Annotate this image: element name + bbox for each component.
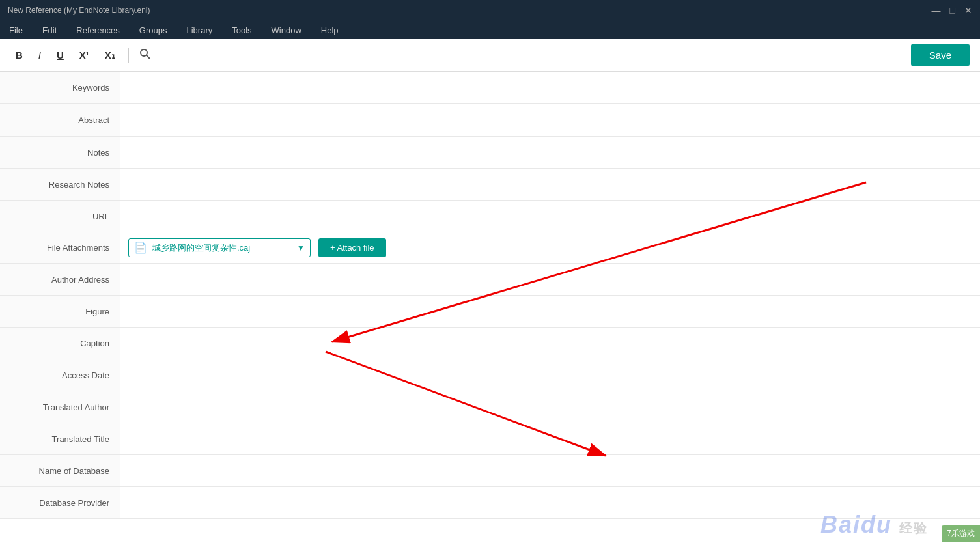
caption-label: Caption (0, 328, 120, 359)
title-bar: New Reference (My EndNote Library.enl) —… (0, 0, 980, 21)
author-address-label: Author Address (0, 264, 120, 295)
window-title: New Reference (My EndNote Library.enl) (8, 6, 150, 15)
formatting-tools: B I U X¹ X₁ (10, 46, 154, 64)
research-notes-row: Research Notes (0, 169, 980, 201)
access-date-label: Access Date (0, 359, 120, 391)
menu-groups[interactable]: Groups (135, 24, 171, 36)
author-address-row: Author Address (0, 264, 980, 296)
url-row: URL (0, 201, 980, 232)
translated-author-input[interactable] (120, 391, 980, 423)
database-provider-label: Database Provider (0, 487, 120, 518)
url-input[interactable] (120, 201, 980, 232)
form-area: Keywords Abstract Notes Research Notes U… (0, 72, 980, 545)
figure-row: Figure (0, 296, 980, 328)
abstract-label: Abstract (0, 104, 120, 136)
attach-file-button[interactable]: + Attach file (318, 238, 386, 257)
name-of-database-input[interactable] (120, 455, 980, 486)
file-select-wrapper[interactable]: 📄 城乡路网的空间复杂性.caj ▼ (128, 238, 311, 257)
translated-title-row: Translated Title (0, 423, 980, 455)
search-icon (139, 48, 151, 60)
database-provider-input[interactable] (120, 487, 980, 518)
toolbar: B I U X¹ X₁ Save (0, 39, 980, 72)
file-name: 城乡路网的空间复杂性.caj (152, 242, 292, 254)
name-of-database-label: Name of Database (0, 455, 120, 486)
window-controls: — □ ✕ (932, 5, 972, 16)
main-content: Keywords Abstract Notes Research Notes U… (0, 72, 980, 545)
notes-input[interactable] (120, 137, 980, 168)
keywords-label: Keywords (0, 72, 120, 103)
database-provider-row: Database Provider (0, 487, 980, 519)
menu-file[interactable]: File (5, 24, 27, 36)
close-button[interactable]: ✕ (964, 5, 972, 16)
italic-button[interactable]: I (33, 47, 46, 63)
access-date-input[interactable] (120, 359, 980, 391)
menu-edit[interactable]: Edit (38, 24, 61, 36)
menu-references[interactable]: References (72, 24, 123, 36)
access-date-row: Access Date (0, 359, 980, 391)
figure-input[interactable] (120, 296, 980, 327)
research-notes-input[interactable] (120, 169, 980, 200)
file-icon: 📄 (134, 242, 147, 254)
notes-row: Notes (0, 137, 980, 169)
keywords-input[interactable] (120, 72, 980, 103)
translated-author-label: Translated Author (0, 391, 120, 423)
bold-button[interactable]: B (10, 47, 28, 63)
superscript-button[interactable]: X¹ (74, 47, 94, 63)
translated-title-input[interactable] (120, 423, 980, 454)
caption-row: Caption (0, 328, 980, 359)
abstract-input[interactable] (120, 104, 980, 136)
search-button[interactable] (137, 46, 154, 64)
minimize-button[interactable]: — (932, 5, 941, 16)
abstract-row: Abstract (0, 104, 980, 137)
menu-library[interactable]: Library (182, 24, 216, 36)
file-dropdown-arrow[interactable]: ▼ (297, 244, 305, 253)
subscript-button[interactable]: X₁ (100, 47, 120, 64)
translated-author-row: Translated Author (0, 391, 980, 423)
keywords-row: Keywords (0, 72, 980, 104)
maximize-button[interactable]: □ (950, 5, 955, 16)
figure-label: Figure (0, 296, 120, 327)
url-label: URL (0, 201, 120, 232)
file-attachments-label: File Attachments (0, 232, 120, 263)
svg-line-1 (147, 55, 150, 59)
author-address-input[interactable] (120, 264, 980, 295)
underline-button[interactable]: U (51, 47, 69, 63)
menu-help[interactable]: Help (317, 24, 343, 36)
research-notes-label: Research Notes (0, 169, 120, 200)
translated-title-label: Translated Title (0, 423, 120, 454)
menu-tools[interactable]: Tools (228, 24, 255, 36)
file-attachments-content: 📄 城乡路网的空间复杂性.caj ▼ + Attach file (120, 232, 980, 263)
file-attachments-row: File Attachments 📄 城乡路网的空间复杂性.caj ▼ + At… (0, 232, 980, 264)
menu-window[interactable]: Window (268, 24, 305, 36)
caption-input[interactable] (120, 328, 980, 359)
toolbar-divider (128, 48, 129, 63)
notes-label: Notes (0, 137, 120, 168)
save-button[interactable]: Save (911, 44, 970, 66)
menu-bar: File Edit References Groups Library Tool… (0, 21, 980, 39)
name-of-database-row: Name of Database (0, 455, 980, 487)
